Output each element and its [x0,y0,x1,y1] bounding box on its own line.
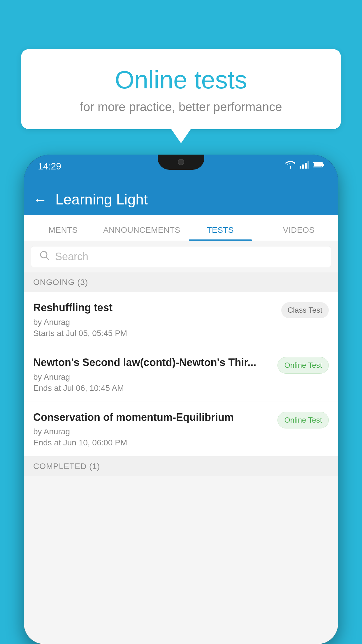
bubble-subtitle: for more practice, better performance [38,100,324,114]
test-name: Conservation of momentum-Equilibrium [33,411,272,424]
ongoing-section-header: ONGOING (3) [24,272,338,292]
battery-icon [313,162,324,168]
bubble-title: Online tests [38,65,324,94]
completed-section-header: COMPLETED (1) [24,456,338,476]
svg-point-0 [290,167,291,169]
test-item[interactable]: Conservation of momentum-Equilibrium by … [24,402,338,457]
test-badge-online: Online Test [277,412,329,428]
svg-rect-3 [305,163,307,169]
test-name: Newton's Second law(contd)-Newton's Thir… [33,356,272,370]
camera [178,159,184,165]
test-info: Reshuffling test by Anurag Starts at Jul… [33,301,275,338]
svg-rect-1 [300,166,301,169]
phone-screen: MENTS ANNOUNCEMENTS TESTS VIDEOS [24,215,338,644]
search-bar[interactable]: Search [31,246,331,267]
search-icon [39,250,50,263]
test-info: Conservation of momentum-Equilibrium by … [33,411,272,448]
search-container: Search [24,241,338,272]
test-list: Reshuffling test by Anurag Starts at Jul… [24,292,338,456]
test-item[interactable]: Reshuffling test by Anurag Starts at Jul… [24,292,338,347]
test-by: by Anurag [33,427,272,436]
wifi-icon [285,161,296,169]
test-name: Reshuffling test [33,301,275,315]
app-title: Learning Light [55,191,148,208]
test-info: Newton's Second law(contd)-Newton's Thir… [33,356,272,393]
test-time: Ends at Jul 06, 10:45 AM [33,384,272,393]
svg-rect-4 [307,161,309,169]
tab-ments[interactable]: MENTS [24,225,103,241]
signal-icon [300,161,309,169]
app-header: ← Learning Light [24,184,338,215]
tab-announcements[interactable]: ANNOUNCEMENTS [103,225,181,241]
status-bar: 14:29 [24,155,338,184]
tab-videos[interactable]: VIDEOS [260,225,338,241]
test-by: by Anurag [33,372,272,382]
svg-line-9 [46,257,49,260]
back-button[interactable]: ← [33,192,47,208]
svg-rect-7 [323,164,324,166]
svg-rect-6 [314,163,322,167]
tabs-container: MENTS ANNOUNCEMENTS TESTS VIDEOS [24,215,338,241]
test-item[interactable]: Newton's Second law(contd)-Newton's Thir… [24,347,338,402]
status-time: 14:29 [38,161,61,172]
phone-frame: 14:29 ← Lea [24,155,338,644]
notch [158,155,204,170]
test-time: Ends at Jun 10, 06:00 PM [33,438,272,447]
test-badge-class: Class Test [281,302,329,318]
search-placeholder: Search [55,251,88,263]
test-by: by Anurag [33,318,275,327]
status-icons [285,161,324,169]
svg-rect-2 [302,164,304,169]
tab-tests[interactable]: TESTS [181,225,260,241]
test-badge-online: Online Test [277,357,329,374]
speech-bubble: Online tests for more practice, better p… [21,49,341,129]
test-time: Starts at Jul 05, 05:45 PM [33,329,275,338]
